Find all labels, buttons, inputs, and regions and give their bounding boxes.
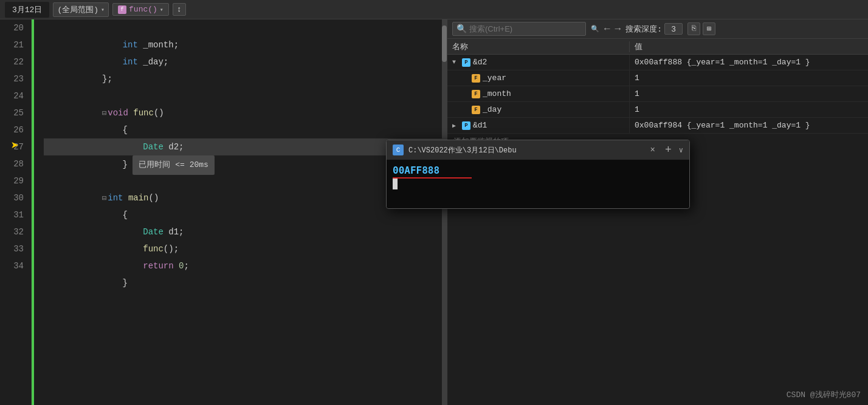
terminal-cursor [393,179,398,189]
file-tab[interactable]: 3月12日 [5,2,49,18]
watch-val-d1: 0x00aff984 {_year=1 _month=1 _day=1 } [630,121,868,130]
terminal-popup: C C:\VS2022作业\3月12日\Debu × + ∨ 00AFF888 [386,140,690,209]
search-icon: 🔍 [456,24,467,34]
elapsed-time-tip: 已用时间 <= 20ms [133,155,214,175]
watch-row-year[interactable]: F _year 1 [447,70,868,86]
ln-25: 25 [0,104,24,121]
terminal-underline [393,177,472,179]
fold-btn-29[interactable]: ⊟ [102,194,106,203]
code-scrollbar[interactable] [442,19,447,405]
green-bar [32,19,34,405]
watch-icon-month: F [472,90,480,98]
search-depth-label: 搜索深度: [625,24,662,35]
fold-btn-24[interactable]: ⊟ [102,109,106,118]
ln-29: 29 [0,172,24,189]
line-numbers: 20 21 22 23 24 25 26 27 28 29 30 31 32 3… [0,19,32,405]
ln-22: 22 [0,53,24,70]
top-toolbar: 3月12日 (全局范围) ▾ f func() ▾ ↕ [0,0,868,19]
ln-33: 33 [0,240,24,257]
func-dropdown-arrow: ▾ [160,6,164,13]
terminal-icon: C [393,145,404,155]
watch-icon-year: F [472,74,480,83]
watch-icon-d2: P [462,58,470,67]
terminal-titlebar: C C:\VS2022作业\3月12日\Debu × + ∨ [387,140,689,160]
watch-col-val-header: 值 [630,41,868,52]
watch-name-d1: ▶ P &d1 [447,118,630,133]
watch-action-buttons: ⎘ ⊞ [687,22,715,35]
watch-row-d2[interactable]: ▼ P &d2 0x00aff888 {_year=1 _month=1 _da… [447,55,868,70]
watch-row-d1[interactable]: ▶ P &d1 0x00aff984 {_year=1 _month=1 _da… [447,118,868,134]
code-content: 20 21 22 23 24 25 26 27 28 29 30 31 32 3… [0,19,447,405]
watch-val-month: 1 [630,89,868,98]
watch-col-name-header: 名称 [447,41,630,52]
ln-27: 27 [0,138,24,155]
scope-dropdown[interactable]: (全局范围) ▾ [53,2,109,17]
ln-32: 32 [0,223,24,240]
expand-arrow-d1[interactable]: ▶ [452,122,460,129]
func-icon: f [118,5,126,14]
ln-21: 21 [0,36,24,53]
watch-panel: 🔍 🔍 ← → 搜索深度: ⎘ ⊞ 名称 值 ▼ [447,19,868,405]
watch-icon-day: F [472,106,480,114]
watch-icon-d1: P [462,121,470,130]
ln-24: 24 [0,87,24,104]
watch-name-day: F _day [447,102,630,117]
watch-val-year: 1 [630,73,868,83]
editor-gutter: ➤ [32,19,44,405]
terminal-body: 00AFF888 [387,160,689,208]
scroll-btn[interactable]: ↕ [173,3,186,16]
watch-copy-btn[interactable]: ⎘ [687,22,700,35]
ln-20: 20 [0,19,24,36]
terminal-add-btn[interactable]: + [663,144,674,156]
terminal-title: C:\VS2022作业\3月12日\Debu [408,145,643,155]
code-line-29: ⊟int main() [44,172,442,189]
terminal-chevron-btn[interactable]: ∨ [679,146,683,155]
nav-back-btn[interactable]: ← [604,24,610,35]
watch-toolbar: 🔍 🔍 ← → 搜索深度: ⎘ ⊞ [447,19,868,39]
watch-settings-btn[interactable]: ⊞ [703,22,715,35]
code-scrollbar-thumb[interactable] [442,26,447,62]
code-line-20: int _month; [44,19,442,36]
ln-23: 23 [0,70,24,87]
watch-table-header: 名称 值 [447,39,868,55]
terminal-output: 00AFF888 [393,165,683,176]
watermark: CSDN @浅碎时光807 [787,389,861,400]
search-input[interactable] [469,24,582,33]
main-area: 20 21 22 23 24 25 26 27 28 29 30 31 32 3… [0,19,868,405]
search-box[interactable]: 🔍 [452,22,586,36]
ln-34: 34 [0,257,24,274]
watch-name-year: F _year [447,70,630,86]
watch-name-d2: ▼ P &d2 [447,55,630,70]
scope-dropdown-arrow: ▾ [101,6,105,13]
func-dropdown[interactable]: f func() ▾ [112,3,169,16]
ln-26: 26 [0,121,24,138]
watch-row-month[interactable]: F _month 1 [447,86,868,102]
ln-31: 31 [0,206,24,223]
code-lines[interactable]: int _month; int _day; }; ⊟void func() [44,19,442,405]
code-line-24: ⊟void func() [44,87,442,104]
ln-28: 28 [0,155,24,172]
search-icon-btn[interactable]: 🔍 [591,25,599,33]
search-depth-input[interactable] [664,23,683,35]
watch-val-d2: 0x00aff888 {_year=1 _month=1 _day=1 } [630,58,868,67]
search-depth-box: 搜索深度: [625,23,683,35]
watch-body: ▼ P &d2 0x00aff888 {_year=1 _month=1 _da… [447,55,868,405]
watch-name-month: F _month [447,86,630,101]
nav-forward-btn[interactable]: → [615,24,621,35]
watch-row-day[interactable]: F _day 1 [447,102,868,118]
code-panel: 20 21 22 23 24 25 26 27 28 29 30 31 32 3… [0,19,447,405]
terminal-close-btn[interactable]: × [648,144,658,156]
watch-val-day: 1 [630,105,868,114]
expand-arrow-d2[interactable]: ▼ [452,59,460,66]
ln-30: 30 [0,189,24,206]
